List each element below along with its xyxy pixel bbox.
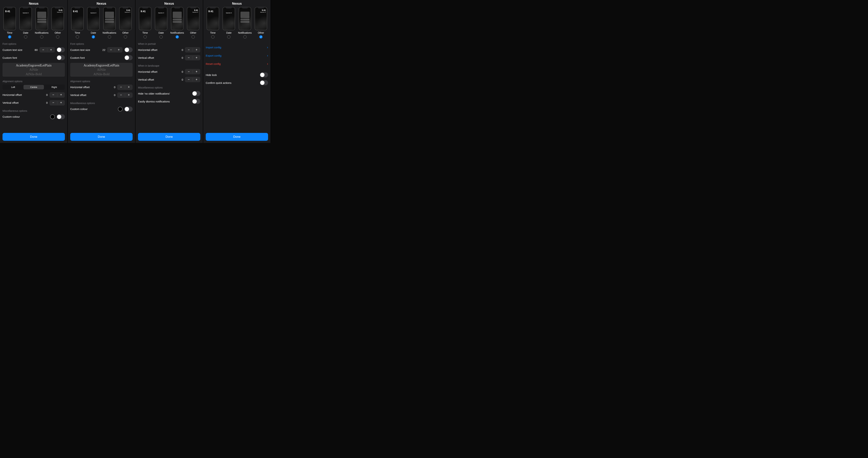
p-v-offset-value: 0: [180, 56, 183, 59]
tab-date[interactable]: September 12 Date: [86, 7, 101, 38]
stepper-minus[interactable]: −: [117, 92, 125, 98]
stepper-minus[interactable]: −: [185, 77, 193, 82]
tab-time[interactable]: 9:41 Time: [2, 7, 17, 38]
app-title: Nexus: [70, 0, 133, 7]
radio-notifications[interactable]: [40, 35, 43, 38]
tab-notifications[interactable]: Notifications: [170, 7, 184, 38]
h-offset-label: Horizontal offset: [70, 86, 90, 89]
import-config-row[interactable]: Import config ›: [206, 43, 268, 52]
done-button[interactable]: Done: [2, 133, 65, 141]
reset-config-row[interactable]: Reset config ›: [206, 60, 268, 68]
tab-strip: 9:41 Time September 12 Date Notification…: [70, 7, 133, 38]
stepper-plus[interactable]: +: [193, 55, 200, 60]
dismiss-toggle[interactable]: [192, 99, 200, 104]
custom-text-size-value: 22: [102, 48, 105, 52]
seg-left[interactable]: Left: [3, 85, 24, 89]
stepper-plus[interactable]: +: [193, 77, 200, 82]
colour-swatch[interactable]: [50, 115, 55, 119]
tab-date[interactable]: September 12 Date: [222, 7, 236, 38]
stepper-plus[interactable]: +: [47, 47, 55, 53]
align-section-label: Alignment options: [70, 80, 133, 83]
done-button[interactable]: Done: [70, 133, 133, 141]
stepper-plus[interactable]: +: [125, 85, 133, 90]
radio-time[interactable]: [76, 35, 79, 38]
font-picker[interactable]: AcademyEngravedLetPlain AlNile AlNile-Bo…: [70, 63, 133, 77]
hide-older-toggle[interactable]: [192, 91, 200, 96]
radio-other[interactable]: [56, 35, 59, 38]
phone-preview-date: September 12: [222, 7, 235, 30]
misc-section-label: Miscellaneous options: [138, 86, 200, 89]
tab-strip: 9:41 Time September 12 Date Notification…: [138, 7, 200, 38]
radio-notifications[interactable]: [176, 35, 179, 38]
stepper-plus[interactable]: +: [193, 47, 200, 53]
v-offset-stepper: − +: [117, 92, 133, 98]
done-button[interactable]: Done: [206, 133, 268, 141]
radio-date[interactable]: [159, 35, 163, 38]
custom-colour-label: Custom colour: [70, 107, 88, 110]
stepper-minus[interactable]: −: [185, 55, 193, 60]
custom-colour-toggle[interactable]: [124, 106, 133, 111]
tab-time[interactable]: 9:41 Time: [70, 7, 85, 38]
stepper-plus[interactable]: +: [57, 92, 65, 98]
radio-date[interactable]: [92, 35, 95, 38]
custom-font-toggle[interactable]: [124, 55, 133, 60]
radio-date[interactable]: [24, 35, 27, 38]
text-size-toggle[interactable]: [57, 47, 65, 52]
phone-preview-time: 9:41: [207, 7, 219, 30]
tab-other[interactable]: 9:41September 12 Other: [186, 7, 200, 38]
colour-swatch[interactable]: [118, 107, 123, 111]
stepper-minus[interactable]: −: [39, 47, 47, 53]
l-v-offset-value: 0: [180, 78, 183, 81]
stepper-minus[interactable]: −: [185, 47, 193, 53]
radio-date[interactable]: [227, 35, 230, 38]
stepper-minus[interactable]: −: [117, 85, 125, 90]
tab-time[interactable]: 9:41 Time: [138, 7, 152, 38]
confirm-toggle[interactable]: [260, 80, 268, 85]
phone-preview-other: 9:41September 12: [187, 7, 199, 30]
pane-notifications: Nexus 9:41 Time September 12 Date Notifi…: [135, 0, 203, 143]
radio-time[interactable]: [144, 35, 147, 38]
seg-centre[interactable]: Centre: [24, 85, 44, 89]
done-button[interactable]: Done: [138, 133, 200, 141]
stepper-minus[interactable]: −: [50, 92, 57, 98]
radio-other[interactable]: [124, 35, 127, 38]
landscape-section-label: When in landscape: [138, 64, 200, 67]
tab-other[interactable]: 9:41September 12 Other: [119, 7, 133, 38]
radio-time[interactable]: [8, 35, 11, 38]
h-offset-label: Horizontal offset: [138, 70, 157, 73]
radio-other[interactable]: [191, 35, 195, 38]
tab-other[interactable]: 9:41September 12 Other: [51, 7, 65, 38]
pane-time: Nexus 9:41 Time September 12 Date Notifi…: [0, 0, 68, 143]
stepper-minus[interactable]: −: [107, 47, 115, 53]
app-title: Nexus: [2, 0, 65, 7]
radio-other[interactable]: [259, 35, 262, 38]
tab-date[interactable]: September 12 Date: [19, 7, 33, 38]
stepper-plus[interactable]: +: [115, 47, 123, 53]
font-section-label: Font options: [70, 42, 133, 45]
pane-other: Nexus 9:41 Time September 12 Date Notifi…: [203, 0, 271, 143]
stepper-minus[interactable]: −: [50, 100, 57, 105]
hide-older-label: Hide 'no older notifications': [138, 92, 170, 95]
stepper-plus[interactable]: +: [57, 100, 65, 105]
phone-preview-date: September 12: [155, 7, 167, 30]
export-config-row[interactable]: Export config ›: [206, 52, 268, 60]
font-picker[interactable]: AcademyEngravedLetPlain AlNile AlNile-Bo…: [2, 63, 65, 77]
custom-colour-toggle[interactable]: [57, 114, 65, 119]
tab-notifications[interactable]: Notifications: [238, 7, 252, 38]
tab-notifications[interactable]: Notifications: [102, 7, 117, 38]
text-size-toggle[interactable]: [124, 47, 133, 52]
custom-font-toggle[interactable]: [57, 55, 65, 60]
hide-lock-toggle[interactable]: [260, 72, 268, 77]
radio-time[interactable]: [211, 35, 215, 38]
tab-other[interactable]: 9:41September 12 Other: [254, 7, 268, 38]
radio-notifications[interactable]: [108, 35, 111, 38]
stepper-plus[interactable]: +: [125, 92, 133, 98]
radio-notifications[interactable]: [243, 35, 247, 38]
seg-right[interactable]: Right: [44, 85, 64, 89]
tab-notifications[interactable]: Notifications: [35, 7, 49, 38]
tab-time[interactable]: 9:41 Time: [206, 7, 220, 38]
stepper-minus[interactable]: −: [185, 69, 193, 74]
stepper-plus[interactable]: +: [193, 69, 200, 74]
h-offset-stepper: − +: [50, 92, 65, 98]
tab-date[interactable]: September 12 Date: [154, 7, 168, 38]
